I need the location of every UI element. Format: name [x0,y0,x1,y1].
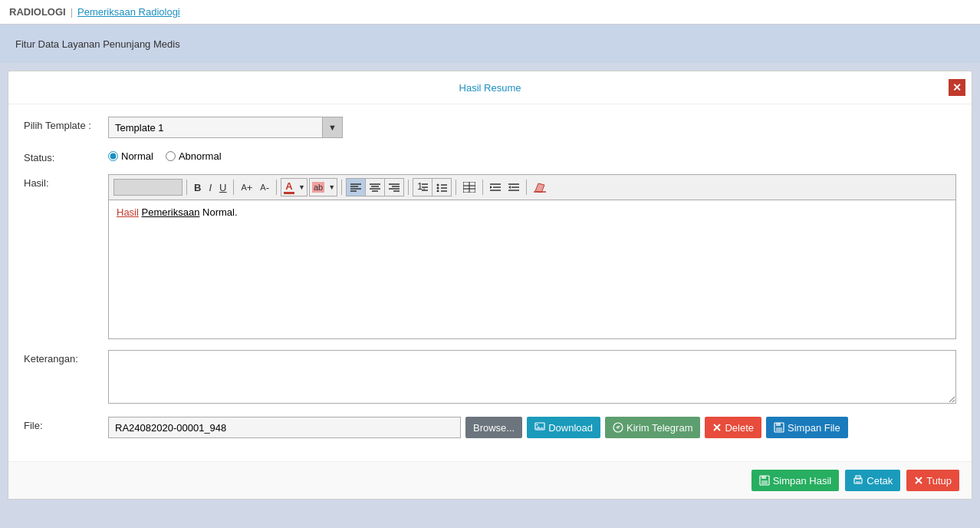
svg-point-16 [437,184,439,186]
hasil-text-normal: Normal. [202,206,238,218]
toolbar-sep-2 [233,180,234,195]
bold-button[interactable]: B [191,178,204,196]
delete-button[interactable]: Delete [705,417,761,438]
tutup-icon [914,476,923,485]
file-input[interactable] [108,417,461,438]
editor-wrapper: B I U A+ A- A [108,174,956,339]
kirim-telegram-button[interactable]: Kirim Telegram [605,417,700,438]
keterangan-textarea[interactable] [108,350,956,404]
toolbar-sep-7 [482,180,483,195]
font-smaller-button[interactable]: A- [257,178,272,196]
template-select-wrapper: ▼ [108,117,956,138]
font-color-swatch [284,192,294,194]
template-input[interactable] [108,117,323,138]
radio-group: Normal Abnormal [108,149,956,162]
toolbar-sep-6 [455,180,456,195]
outdent-button[interactable] [505,178,522,196]
toolbar-sep-3 [276,180,277,195]
align-left-button[interactable] [347,179,366,196]
bg-color-group: ab ▼ [309,178,337,196]
file-label: File: [24,417,108,431]
radio-normal[interactable]: Normal [108,150,153,162]
bg-color-dropdown[interactable]: ▼ [327,183,337,191]
hasil-text-hasil: Hasil [117,206,139,218]
hasil-row: Hasil: B I U A+ A- [24,174,956,339]
toolbar-sep-1 [186,180,187,195]
underline-button[interactable]: U [216,178,229,196]
table-button[interactable] [460,178,478,196]
toolbar-sep-5 [408,180,409,195]
file-control: Browse... Download Kirim Telegram Delete [108,417,956,438]
page-header: Fitur Data Layanan Penunjang Medis [0,25,980,63]
radio-normal-input[interactable] [108,151,118,161]
unordered-list-button[interactable] [432,179,451,196]
font-color-group: A ▼ [281,178,307,196]
svg-rect-47 [761,480,768,484]
simpan-hasil-label: Simpan Hasil [773,475,832,487]
kirim-telegram-label: Kirim Telegram [626,422,692,434]
font-color-button[interactable]: A [281,179,297,196]
editor-content[interactable]: Hasil Pemeriksaan Normal. [109,200,955,338]
browse-label: Browse... [473,422,515,434]
italic-button[interactable]: I [206,178,215,196]
font-family-input[interactable] [113,179,183,196]
font-color-dropdown[interactable]: ▼ [297,183,307,191]
hasil-label: Hasil: [24,174,108,189]
align-right-button[interactable] [385,179,403,196]
file-input-row: Browse... Download Kirim Telegram Delete [108,417,956,438]
simpan-hasil-button[interactable]: Simpan Hasil [751,470,840,491]
status-row: Status: Normal Abnormal [24,149,956,163]
svg-rect-44 [776,427,782,431]
simpan-file-label: Simpan File [788,422,840,434]
svg-marker-38 [535,426,544,430]
brand-label: RADIOLOGI [9,6,66,18]
svg-marker-34 [535,183,544,193]
radio-normal-label: Normal [121,150,153,162]
file-row: File: Browse... Download Kirim Telegram [24,417,956,438]
form-body: Pilih Template : ▼ Status: Normal [8,104,972,461]
breadcrumb-link[interactable]: Pemeriksaan Radiologi [77,6,180,18]
ordered-list-button[interactable]: 1. [413,179,432,196]
hasil-text-pemeriksaan: Pemeriksaan [142,206,200,218]
svg-rect-46 [761,476,766,479]
delete-label: Delete [725,422,754,434]
bg-color-button[interactable]: ab [310,179,327,196]
simpan-file-button[interactable]: Simpan File [766,417,848,438]
align-center-button[interactable] [366,179,385,196]
download-button[interactable]: Download [527,417,600,438]
svg-rect-49 [856,476,860,479]
tutup-label: Tutup [926,475,952,487]
toolbar-sep-4 [341,180,342,195]
radio-abnormal[interactable]: Abnormal [166,150,222,162]
template-label: Pilih Template : [24,117,108,131]
card-footer: Simpan Hasil Cetak Tutup [8,461,972,499]
template-row: Pilih Template : ▼ [24,117,956,138]
tutup-button[interactable]: Tutup [906,470,959,491]
simpan-hasil-icon [759,475,770,486]
hasil-control: B I U A+ A- A [108,174,956,339]
status-label: Status: [24,149,108,163]
font-larger-button[interactable]: A+ [238,178,255,196]
indent-button[interactable] [487,178,504,196]
eraser-button[interactable] [531,178,549,196]
toolbar-sep-8 [526,180,527,195]
svg-rect-43 [776,423,781,426]
cetak-button[interactable]: Cetak [845,470,900,491]
telegram-icon [613,422,623,433]
close-button[interactable]: ✕ [949,79,965,96]
keterangan-row: Keterangan: [24,350,956,406]
svg-marker-29 [490,186,492,189]
svg-point-18 [437,190,439,193]
cetak-icon [853,475,863,486]
modal-title: Hasil Resume [459,82,521,94]
template-dropdown-btn[interactable]: ▼ [323,117,343,138]
browse-button[interactable]: Browse... [465,417,522,438]
keterangan-control [108,350,956,406]
radio-abnormal-input[interactable] [166,151,176,161]
download-label: Download [548,422,593,434]
bg-color-icon: ab [312,182,324,193]
align-group [346,178,404,196]
svg-point-37 [537,424,538,426]
radio-abnormal-label: Abnormal [179,150,222,162]
svg-point-17 [437,187,439,190]
